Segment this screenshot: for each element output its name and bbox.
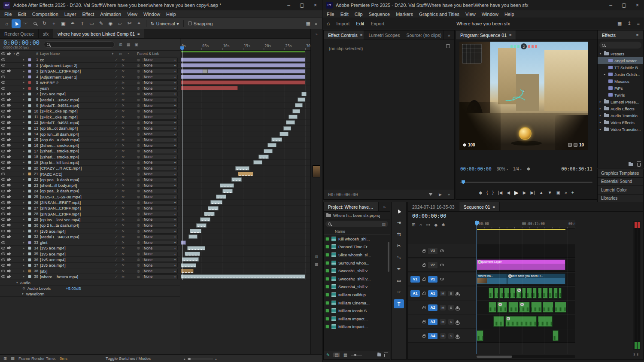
shy-switch-icon[interactable]: ∕ [116, 229, 116, 233]
layer-switches[interactable]: ∕fx [103, 178, 137, 182]
layer-expand-icon[interactable]: ▸ [21, 110, 27, 113]
project-search-input[interactable]: ▤ [325, 221, 388, 227]
layer-name[interactable]: glint [40, 240, 103, 245]
fx-switch-icon[interactable]: fx [122, 149, 125, 153]
tree-chevron-icon[interactable]: ▸ [598, 107, 602, 110]
project-item[interactable]: Milliam Buildup [324, 291, 390, 299]
fx-switch-icon[interactable]: fx [122, 166, 125, 170]
zoom-tool[interactable] [30, 19, 39, 28]
timeline-clip[interactable] [181, 69, 305, 73]
icon-view-icon[interactable]: ▦ [343, 353, 347, 357]
layer-audio-toggle[interactable] [6, 247, 12, 249]
go-to-out-button[interactable]: ▶| [531, 190, 535, 195]
shy-switch-icon[interactable]: ∕ [116, 263, 116, 267]
pen-tool[interactable]: ✒ [394, 265, 404, 274]
layer-expand-icon[interactable]: ▸ [21, 258, 27, 262]
layer-visibility-toggle[interactable] [0, 195, 6, 198]
layer-switches[interactable]: ∕fx [103, 166, 137, 170]
snap-icon[interactable]: ∩ [419, 222, 422, 227]
audio-clip[interactable] [543, 288, 548, 298]
layer-switches[interactable]: ∕fx [103, 235, 137, 239]
layer-label-color[interactable] [27, 144, 32, 147]
timeline-track-row[interactable] [181, 263, 310, 268]
layer-name[interactable]: [op pea...k dash.mp4] [40, 189, 103, 193]
label-color-chip[interactable] [325, 253, 329, 257]
pickwhip-icon[interactable]: ◎ [137, 155, 140, 159]
timeline-zoom-control[interactable]: ▴▲ [184, 357, 217, 361]
close-button[interactable]: × [309, 0, 322, 10]
timeline-clip[interactable] [181, 86, 238, 90]
parent-select[interactable]: None▾ [142, 109, 178, 113]
timeline-track-row[interactable] [181, 85, 310, 91]
layer-audio-toggle[interactable] [6, 213, 12, 215]
timeline-clip[interactable] [181, 58, 305, 62]
source-patch-button[interactable]: V1 [410, 276, 420, 283]
shy-switch-icon[interactable]: ∕ [116, 64, 116, 67]
layer-row[interactable]: ▸2[Adjustment Layer 2]∕fx◎None▾ [0, 63, 180, 68]
shy-switch-icon[interactable]: ∕ [116, 246, 116, 250]
layer-audio-toggle[interactable] [6, 144, 12, 146]
parent-select[interactable]: None▾ [142, 103, 178, 108]
timeline-clip[interactable] [292, 109, 300, 113]
project-item[interactable]: Milliam Impact... [324, 315, 390, 323]
layer-visibility-toggle[interactable] [0, 144, 6, 147]
shy-switch-icon[interactable]: ∕ [116, 172, 116, 176]
label-color-chip[interactable] [325, 309, 329, 313]
audio-clip[interactable] [559, 288, 562, 298]
layer-audio-toggle[interactable] [6, 167, 12, 169]
effects-tree-item[interactable]: ▸Audio Effects [598, 105, 643, 112]
audio-clip[interactable] [538, 288, 542, 298]
parent-select[interactable]: None▾ [142, 172, 178, 176]
timeline-track-row[interactable] [181, 57, 310, 63]
ae-current-timecode[interactable]: 0:00:00:00 [3, 40, 39, 46]
program-seek-bar[interactable] [460, 182, 592, 183]
pickwhip-icon[interactable]: ◎ [137, 126, 140, 130]
source-patch-button[interactable]: A1 [410, 290, 420, 297]
layer-expand-icon[interactable]: ▸ [21, 178, 27, 181]
fx-switch-icon[interactable]: fx [122, 223, 125, 227]
shy-switch-icon[interactable]: ∕ [116, 58, 116, 62]
timeline-clip[interactable] [182, 257, 199, 262]
fx-switch-icon[interactable]: fx [122, 212, 125, 216]
layer-row[interactable]: ▸29[op ins... last sec.mp4]∕fx◎None▾ [0, 217, 180, 222]
timeline-track-row[interactable] [181, 126, 310, 131]
layer-expand-icon[interactable]: ▸ [21, 269, 27, 273]
audio-clip[interactable] [533, 288, 537, 298]
audio-clip[interactable] [553, 330, 559, 341]
parent-select[interactable]: None▾ [142, 183, 178, 188]
layer-switches[interactable]: ∕fx [103, 64, 137, 67]
tab-effects[interactable]: Effects ≡ [598, 30, 643, 40]
parent-select[interactable]: None▾ [142, 75, 178, 79]
layer-switches[interactable]: ∕fx [103, 275, 137, 279]
layer-name[interactable]: [1v5 ace.mp4] [40, 229, 103, 234]
menu-item-edit[interactable]: Edit [337, 12, 352, 17]
layer-name-column[interactable]: Layer Name [40, 52, 103, 56]
layer-name[interactable]: [2025-0...5-59-08.mp4] [40, 195, 103, 199]
layer-label-color[interactable] [27, 75, 32, 79]
layer-search-input[interactable] [44, 41, 115, 48]
timeline-clip[interactable] [204, 212, 214, 216]
fx-switch-icon[interactable]: fx [122, 98, 125, 102]
tree-chevron-icon[interactable]: ▸ [598, 128, 602, 131]
layer-expand-icon[interactable]: ▸ [21, 149, 27, 153]
timeline-track-row[interactable] [181, 200, 310, 205]
workspace-tab-export[interactable]: Export [371, 21, 384, 26]
mark-out-button[interactable]: } [492, 190, 494, 195]
close-button[interactable]: × [631, 0, 644, 10]
track-visibility-toggle[interactable] [440, 249, 444, 252]
rectangle-tool[interactable]: ▭ [394, 276, 404, 285]
layer-visibility-toggle[interactable] [0, 64, 6, 67]
shy-switch-icon[interactable]: ∕ [116, 195, 116, 199]
layer-row[interactable]: ▸9[MedalT...94931.mp4]∕fx◎None▾ [0, 103, 180, 108]
layer-row[interactable]: ▸35[1v5 ace.mp4]∕fx◎None▾ [0, 251, 180, 257]
composition-mini-flowchart-icon[interactable]: ⊞ [119, 43, 122, 47]
layer-name[interactable]: [MedalT...94650.mp4] [40, 234, 103, 239]
thumbnail-size-slider[interactable] [351, 355, 362, 356]
pickwhip-icon[interactable]: ◎ [137, 143, 140, 147]
step-back-button[interactable]: ◀ [507, 190, 510, 195]
timeline-track-row[interactable] [181, 234, 310, 240]
layer-label-color[interactable] [27, 110, 32, 113]
layer-switches[interactable]: ∕fx [103, 98, 137, 102]
layer-visibility-toggle[interactable] [0, 247, 6, 249]
project-item[interactable]: Swoosh4_shill.v... [324, 283, 390, 291]
